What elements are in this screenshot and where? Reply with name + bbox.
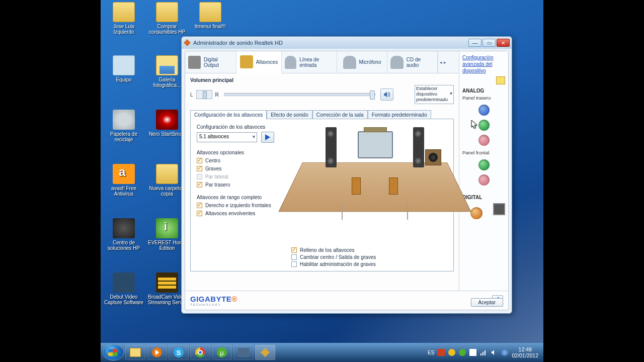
desktop-icon-jose[interactable]: Jose Luis Izquierdo [104, 2, 144, 35]
desktop-icon-equipo[interactable]: Equipo [104, 55, 144, 82]
mic-icon [343, 56, 356, 69]
room-front-right-speaker[interactable] [413, 127, 424, 167]
chk-label: Altavoces envolventes [205, 211, 256, 216]
note-icon[interactable] [496, 76, 505, 84]
chk-label: Par trasero [205, 182, 230, 188]
lang-indicator[interactable]: ES [428, 350, 434, 355]
start-button[interactable] [103, 344, 124, 360]
volume-slider[interactable] [224, 93, 375, 96]
play-icon [155, 350, 159, 355]
test-play-button[interactable] [261, 132, 274, 143]
maximize-button[interactable]: ▭ [482, 39, 496, 47]
subtab-sound-effect[interactable]: Efecto de sonido [267, 110, 312, 119]
room-subwoofer[interactable] [425, 149, 441, 165]
devtab-cdaudio[interactable]: CD de audio [387, 51, 438, 73]
chk-label: Derecho e izquierdo frontales [205, 203, 271, 208]
front-panel-label: Panel frontal [462, 150, 505, 155]
room-floor [278, 162, 471, 212]
minimize-button[interactable]: — [468, 39, 481, 47]
checkbox-icon [197, 158, 202, 163]
devtab-linein[interactable]: Línea de entrada [282, 51, 337, 73]
titlebar[interactable]: Administrador de sonido Realtek HD — ▭ ✕ [182, 37, 512, 49]
jack-front-pink[interactable] [478, 174, 490, 186]
volume-thumb[interactable] [370, 90, 375, 100]
jack-digital-coax[interactable] [470, 207, 482, 219]
chk-par-trasero[interactable]: Par trasero [197, 182, 291, 188]
taskbar-utorrent[interactable]: µ [212, 345, 232, 360]
taskbar-wmp[interactable] [147, 345, 167, 360]
taskbar-realtek[interactable] [255, 345, 275, 360]
jack-rear-blue[interactable] [478, 105, 490, 116]
desktop-screen: Jose Luis Izquierdo Comprar consumibles … [101, 0, 543, 362]
icon-label: Nueva carpeta - copia [149, 186, 185, 197]
taskbar-app1[interactable] [233, 345, 254, 360]
chk-label: Centro [205, 158, 220, 163]
mute-button[interactable] [380, 88, 393, 101]
devtab-label: Altavoces [256, 59, 278, 65]
chk-front-fullrange[interactable]: Derecho e izquierdo frontales [197, 203, 291, 208]
tray-network-icon[interactable] [480, 349, 487, 356]
subtab-default-format[interactable]: Formato predeterminado [368, 110, 431, 119]
taskbar-skype[interactable]: S [169, 345, 189, 360]
chk-swap-center-sub[interactable]: Cambiar centro / Salida de graves [291, 254, 376, 260]
close-button[interactable]: ✕ [497, 39, 510, 47]
advanced-config-link[interactable]: Configuración avanzada del dispositivo [462, 54, 505, 74]
icon-label: avast! Free Antivirus [111, 186, 136, 197]
utorrent-icon: µ [217, 347, 227, 357]
subtab-speaker-config[interactable]: Configuración de los altavoces [190, 110, 267, 119]
desktop-icon-papelera[interactable]: Papelera de reciclaje [104, 110, 144, 142]
subtabs: Configuración de los altavoces Efecto de… [190, 110, 454, 119]
balance-slider[interactable] [196, 90, 212, 99]
devtab-digital-output[interactable]: Digital Output [185, 51, 236, 73]
chk-bass-management[interactable]: Habilitar administración de graves [291, 261, 376, 267]
room-rear-left-speaker[interactable] [352, 177, 361, 195]
tray-volume-icon[interactable] [491, 349, 498, 356]
desktop-icon-comprar[interactable]: Comprar consumibles HP [147, 2, 187, 35]
icon-label: Centro de soluciones HP [108, 240, 140, 251]
room-front-left-speaker[interactable] [326, 127, 337, 167]
devtab-label: Línea de entrada [299, 57, 334, 68]
jack-rear-green[interactable] [478, 120, 490, 131]
chk-graves[interactable]: Graves [197, 166, 291, 171]
realtek-icon [184, 39, 191, 46]
speaker-config-select[interactable]: 5.1 altavoces [197, 132, 257, 142]
subtab-room-correction[interactable]: Corrección de la sala [312, 110, 368, 119]
icon-label: BroadCam Video Streaming Serv... [148, 294, 187, 305]
cd-icon [390, 56, 404, 69]
checkbox-icon [291, 247, 297, 253]
default-device-dropdown[interactable]: Establecer dispositivo predeterminado [415, 85, 454, 104]
realtek-taskbar-icon [261, 348, 270, 357]
devtab-altavoces[interactable]: Altavoces [236, 51, 282, 73]
desktop-icon-hp[interactable]: Centro de soluciones HP [104, 218, 144, 251]
tray-icon-2[interactable] [448, 349, 455, 356]
chk-label: Relleno de los altavoces [300, 247, 354, 253]
taskbar-explorer[interactable] [125, 345, 145, 360]
taskbar-chrome[interactable] [190, 345, 210, 360]
analog-heading: ANALOG [462, 88, 505, 94]
desktop-icon-avast[interactable]: avast! Free Antivirus [104, 164, 144, 197]
checkbox-icon [197, 174, 202, 179]
icon-label: Jose Luis Izquierdo [113, 24, 134, 35]
chk-label: Cambiar centro / Salida de graves [300, 254, 376, 260]
chk-surround-fullrange[interactable]: Altavoces envolventes [197, 211, 291, 216]
chk-speaker-fill[interactable]: Relleno de los altavoces [291, 247, 376, 253]
devtab-mic[interactable]: Micrófono [337, 51, 387, 73]
jack-digital-optical[interactable] [493, 203, 505, 215]
chrome-icon [198, 350, 203, 355]
devtab-scroll[interactable]: ◂ ▸ [438, 51, 448, 73]
tray-flag-icon[interactable] [469, 349, 476, 356]
desktop-icon-tmenu[interactable]: ttmenui final!!! [190, 2, 230, 29]
chk-centro[interactable]: Centro [197, 158, 291, 163]
icon-label: Comprar consumibles HP [149, 24, 185, 35]
tray-icon-1[interactable] [438, 349, 445, 356]
room-stand-left [342, 203, 343, 220]
desktop-icon-debut[interactable]: Debut Video Capture Software [104, 273, 144, 305]
tray-icon-3[interactable] [459, 349, 466, 356]
digital-heading: DIGITAL [462, 195, 505, 200]
taskbar-clock[interactable]: 12:49 02/01/2012 [512, 346, 538, 358]
jack-rear-pink[interactable] [478, 135, 490, 146]
jack-front-green[interactable] [478, 159, 490, 170]
accept-button[interactable]: Aceptar [471, 298, 503, 307]
tray-icon-4[interactable] [501, 349, 508, 356]
room-rear-right-speaker[interactable] [389, 177, 398, 195]
